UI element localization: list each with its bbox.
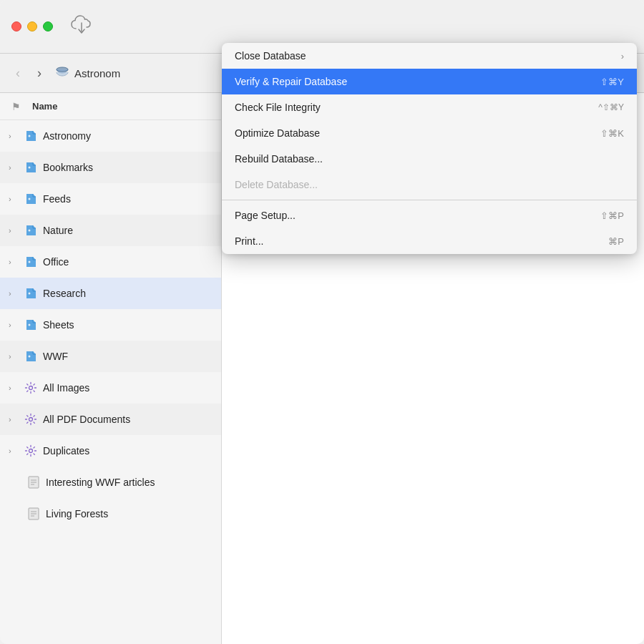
traffic-lights [11,21,53,31]
svg-point-10 [29,356,31,358]
forward-button[interactable]: › [33,63,46,84]
name-column-header: Name [32,101,57,112]
menu-item-label: Delete Database... [235,179,624,190]
sidebar-header: ⚑ Name [0,93,221,120]
menu-item-optimize-db[interactable]: Optimize Database ⇧⌘K [222,120,637,146]
sidebar-item-research[interactable]: › Research [0,278,221,309]
database-label: Astronom [54,65,120,81]
svg-point-13 [29,449,33,453]
tag-icon [23,286,39,301]
sidebar: ⚑ Name › Astronomy › [0,93,222,644]
svg-point-7 [29,261,31,263]
menu-item-page-setup[interactable]: Page Setup... ⇧⌘P [222,203,637,228]
svg-point-11 [29,386,33,390]
sidebar-item-bookmarks[interactable]: › Bookmarks [0,152,221,183]
tag-icon [23,160,39,175]
minimize-button[interactable] [27,21,37,31]
menu-item-label: Rebuild Database... [235,153,624,165]
sidebar-item-wwf[interactable]: › WWF [0,341,221,372]
database-stack-icon [54,65,70,81]
close-button[interactable] [11,21,21,31]
tag-icon [23,317,39,333]
database-name: Astronom [74,67,120,79]
menu-item-close-db[interactable]: Close Database › [222,43,637,69]
sidebar-item-office[interactable]: › Office [0,246,221,278]
sidebar-item-nature[interactable]: › Nature [0,215,221,246]
chevron-icon: › [9,226,19,235]
sidebar-item-label: Research [43,288,213,299]
menu-item-shortcut: ⌘P [608,236,624,247]
sidebar-item-label: Bookmarks [43,162,213,173]
svg-point-3 [29,135,31,137]
sidebar-item-label: Living Forests [46,508,213,519]
tag-icon [23,223,39,238]
sidebar-item-label: Sheets [43,319,213,331]
chevron-icon: › [9,352,19,361]
sidebar-item-label: Interesting WWF articles [46,477,213,488]
sidebar-item-all-images[interactable]: › All Images [0,372,221,404]
menu-item-shortcut: ⇧⌘K [600,128,624,139]
sidebar-item-label: Nature [43,225,213,236]
svg-point-12 [29,418,33,421]
chevron-icon: › [9,289,19,298]
tag-icon [23,128,39,144]
menu-separator [222,200,637,200]
sidebar-item-label: All PDF Documents [43,414,213,425]
gear-icon [23,380,39,396]
document-icon [26,474,42,490]
sidebar-item-astronomy[interactable]: › Astronomy [0,120,221,152]
sidebar-item-label: Astronomy [43,130,213,142]
tag-icon [23,191,39,207]
menu-item-shortcut: ⇧⌘Y [600,77,624,87]
chevron-icon: › [9,163,19,172]
sidebar-item-label: Office [43,256,213,268]
menu-item-rebuild-db[interactable]: Rebuild Database... [222,146,637,172]
chevron-icon: › [9,447,19,455]
sidebar-item-wwf-articles[interactable]: Interesting WWF articles [0,467,221,498]
document-icon [26,506,42,522]
main-window: ‹ › Astronom ⚑ Name › [0,0,644,644]
chevron-icon: › [9,384,19,392]
menu-item-verify-repair[interactable]: Verify & Repair Database ⇧⌘Y [222,69,637,94]
chevron-icon: › [9,258,19,266]
sidebar-item-duplicates[interactable]: › Duplicates [0,435,221,467]
sidebar-item-sheets[interactable]: › Sheets [0,309,221,341]
sidebar-item-label: WWF [43,351,213,362]
menu-item-check-integrity[interactable]: Check File Integrity ^⇧⌘Y [222,94,637,120]
menu-item-label: Page Setup... [235,210,600,221]
sidebar-item-living-forests[interactable]: Living Forests [0,498,221,530]
zoom-button[interactable] [43,21,53,31]
gear-icon [23,411,39,427]
svg-point-5 [29,198,31,200]
sidebar-item-label: Feeds [43,193,213,205]
tag-icon [23,254,39,270]
cloud-sync-icon [70,14,93,39]
flag-column-icon: ⚑ [11,101,21,112]
svg-point-6 [29,230,31,232]
menu-item-shortcut: ⇧⌘P [600,210,624,221]
menu-item-shortcut: › [621,51,624,62]
gear-icon [23,443,39,459]
back-button[interactable]: ‹ [11,63,24,84]
svg-point-4 [29,167,31,169]
menu-item-print[interactable]: Print... ⌘P [222,228,637,254]
chevron-icon: › [9,132,19,140]
svg-point-8 [29,293,31,295]
chevron-icon: › [9,321,19,329]
menu-item-shortcut: ^⇧⌘Y [598,102,624,112]
menu-item-label: Verify & Repair Database [235,76,600,87]
svg-point-9 [29,324,31,326]
menu-item-delete-db: Delete Database... [222,172,637,197]
menu-item-label: Print... [235,235,608,247]
sidebar-item-label: All Images [43,382,213,394]
tag-icon [23,348,39,364]
sidebar-item-all-pdf[interactable]: › All PDF Documents [0,404,221,435]
sidebar-item-feeds[interactable]: › Feeds [0,183,221,215]
menu-item-label: Optimize Database [235,127,600,139]
menu-item-label: Close Database [235,50,621,62]
menu-item-label: Check File Integrity [235,102,598,113]
chevron-icon: › [9,195,19,203]
sidebar-item-label: Duplicates [43,445,213,457]
context-menu: Close Database › Verify & Repair Databas… [222,43,637,254]
chevron-icon: › [9,415,19,424]
